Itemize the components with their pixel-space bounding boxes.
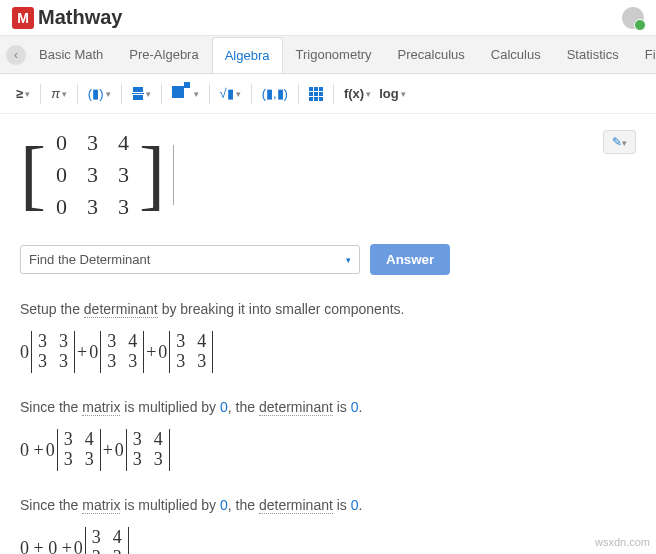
tool-log[interactable]: log▾ [377, 82, 408, 105]
text-cursor [173, 145, 174, 205]
brand-logo[interactable]: M Mathway [12, 6, 122, 29]
tab-pre-algebra[interactable]: Pre-Algebra [116, 36, 211, 73]
separator [298, 84, 299, 104]
separator [251, 84, 252, 104]
operation-row: Find the Determinant ▾ Answer [0, 236, 656, 291]
bracket-left-icon: [ [20, 144, 46, 206]
tab-statistics[interactable]: Statistics [554, 36, 632, 73]
edit-button[interactable]: ✎▾ [603, 130, 636, 154]
math-toolbar: ≥▾ π▾ (▮)▾ ▾ ▾ √▮▾ (▮,▮) f(x)▾ log▾ [0, 74, 656, 114]
tool-paren[interactable]: (▮)▾ [86, 82, 113, 105]
answer-button[interactable]: Answer [370, 244, 450, 275]
math-line-2: 0 + 0 3343 + 0 3343 [0, 425, 656, 487]
expression-editor[interactable]: [ 000 333 433 ] ✎▾ [0, 114, 656, 236]
separator [209, 84, 210, 104]
input-matrix: [ 000 333 433 ] [20, 130, 174, 220]
tab-calculus[interactable]: Calculus [478, 36, 554, 73]
user-avatar[interactable] [622, 7, 644, 29]
tool-sqrt[interactable]: √▮▾ [218, 82, 243, 105]
solution-step-3: Since the matrix is multiplied by 0, the… [0, 487, 656, 523]
separator [333, 84, 334, 104]
app-header: M Mathway [0, 0, 656, 36]
pencil-icon: ✎ [612, 135, 622, 149]
math-line-3: 0 + 0 + 0 3343 [0, 523, 656, 554]
math-line-1: 0 3333 + 0 3343 + 0 3343 [0, 327, 656, 389]
separator [40, 84, 41, 104]
tab-finite-math[interactable]: Finite Math [632, 36, 656, 73]
operation-selected: Find the Determinant [29, 252, 150, 267]
brand-name: Mathway [38, 6, 122, 29]
tool-inequality[interactable]: ≥▾ [14, 82, 32, 105]
tool-pi[interactable]: π▾ [49, 82, 69, 105]
tool-fraction[interactable]: ▾ [130, 83, 153, 104]
separator [121, 84, 122, 104]
tabs-prev-icon[interactable]: ‹ [6, 45, 26, 65]
tool-exponent[interactable]: ▾ [170, 82, 201, 105]
logo-badge-icon: M [12, 7, 34, 29]
watermark: wsxdn.com [595, 536, 650, 548]
chevron-down-icon: ▾ [346, 255, 351, 265]
subject-tabs: ‹ Basic Math Pre-Algebra Algebra Trigono… [0, 36, 656, 74]
solution-step-2: Since the matrix is multiplied by 0, the… [0, 389, 656, 425]
tool-coord[interactable]: (▮,▮) [260, 82, 290, 105]
grid-icon [309, 87, 323, 101]
tool-matrix[interactable] [307, 83, 325, 105]
separator [77, 84, 78, 104]
tab-algebra[interactable]: Algebra [212, 37, 283, 74]
tab-basic-math[interactable]: Basic Math [26, 36, 116, 73]
tab-precalculus[interactable]: Precalculus [385, 36, 478, 73]
operation-select[interactable]: Find the Determinant ▾ [20, 245, 360, 274]
separator [161, 84, 162, 104]
tab-trigonometry[interactable]: Trigonometry [283, 36, 385, 73]
bracket-right-icon: ] [139, 144, 165, 206]
solution-step-1: Setup the determinant by breaking it int… [0, 291, 656, 327]
tool-fx[interactable]: f(x)▾ [342, 82, 373, 105]
